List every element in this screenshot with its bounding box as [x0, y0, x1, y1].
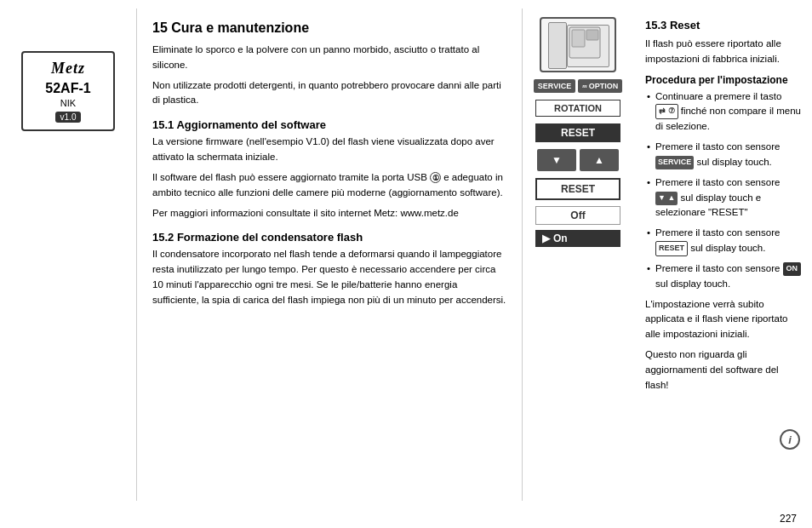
svg-rect-1 — [572, 30, 585, 47]
bullet-3: Premere il tasto con sensore ▼ ▲ sul dis… — [645, 175, 802, 221]
down-arrow-button[interactable]: ▼ — [537, 149, 576, 171]
note-1: L'impostazione verrà subito applicata e … — [645, 297, 802, 342]
flash-body — [567, 25, 609, 67]
off-button[interactable]: Off — [535, 206, 620, 225]
section-2-p1: Il condensatore incorporato nel flash te… — [152, 247, 506, 307]
left-column: Metz 52AF-1 NIK v1.0 — [0, 9, 136, 501]
svg-rect-2 — [586, 30, 598, 40]
right-column: SERVICE m OPTION ROTATION RESET ▼ ▲ RESE… — [523, 9, 812, 501]
section-1-p1: La versione firmware (nell'esempio V1.0)… — [152, 135, 506, 165]
section-1-p3: Per maggiori informazioni consultate il … — [152, 206, 506, 221]
badge-arrows: ▼ ▲ — [655, 192, 678, 205]
device-box: Metz 52AF-1 NIK v1.0 — [21, 51, 115, 131]
section-3-title: 15.3 Reset — [645, 19, 802, 32]
device-version: v1.0 — [55, 112, 82, 123]
page-number: 227 — [780, 513, 797, 525]
page-footer: 227 — [0, 509, 812, 528]
section-3-intro: Il flash può essere riportato alle impos… — [645, 37, 802, 67]
note-2: Questo non riguarda gli aggiornamenti de… — [645, 347, 802, 393]
on-arrow-icon: ▶ — [542, 232, 550, 244]
procedure-title: Procedura per l'impostazione — [645, 74, 802, 86]
service-option-row: SERVICE m OPTION — [534, 79, 622, 93]
reset-outline-label: RESET — [535, 178, 620, 200]
service-button[interactable]: SERVICE — [534, 79, 575, 93]
bullet-1: Continuare a premere il tasto ⇄ ⑦ finché… — [645, 89, 802, 135]
info-icon: i — [780, 429, 800, 450]
bullet-4: Premere il tasto con sensore RESET sul d… — [645, 226, 802, 256]
badge-service: SERVICE — [655, 156, 694, 169]
bullet-2: Premere il tasto con sensore SERVICE sul… — [645, 140, 802, 170]
section-2-title: 15.2 Formazione del condensatore flash — [152, 231, 506, 244]
section-1-p2: Il software del flash può essere aggiorn… — [152, 170, 506, 201]
metz-logo: Metz — [33, 60, 103, 77]
option-label: OPTION — [589, 82, 619, 90]
up-arrow-button[interactable]: ▲ — [580, 149, 619, 171]
device-sub: NIK — [33, 98, 103, 108]
on-label: On — [553, 232, 568, 244]
bullet-5: Premere il tasto con sensore ON sul disp… — [645, 261, 802, 292]
badge-arrow-7: ⇄ ⑦ — [655, 104, 678, 119]
flash-head — [548, 22, 567, 69]
reset-dark-button[interactable]: RESET — [535, 123, 620, 142]
metz-small-icon: m — [582, 83, 586, 89]
on-button[interactable]: ▶ On — [535, 230, 620, 247]
rotation-label: ROTATION — [535, 100, 620, 117]
badge-reset: RESET — [655, 241, 688, 256]
right-text-column: 15.3 Reset Il flash può essere riportato… — [633, 9, 812, 501]
option-button[interactable]: m OPTION — [578, 79, 622, 93]
badge-on: ON — [783, 262, 802, 276]
flash-device-illustration — [540, 17, 616, 72]
middle-column: 15 Cura e manutenzione Eliminate lo spor… — [136, 9, 523, 501]
chapter-title: 15 Cura e manutenzione — [152, 20, 506, 36]
arrow-row: ▼ ▲ — [537, 149, 619, 171]
device-model: 52AF-1 — [33, 81, 103, 96]
section-1-title: 15.1 Aggiornamento del software — [152, 118, 506, 131]
device-ui-panel: SERVICE m OPTION ROTATION RESET ▼ ▲ RESE… — [523, 9, 633, 501]
intro-text-2: Non utilizzate prodotti detergenti, in q… — [152, 78, 506, 109]
intro-text-1: Eliminate lo sporco e la polvere con un … — [152, 43, 506, 73]
